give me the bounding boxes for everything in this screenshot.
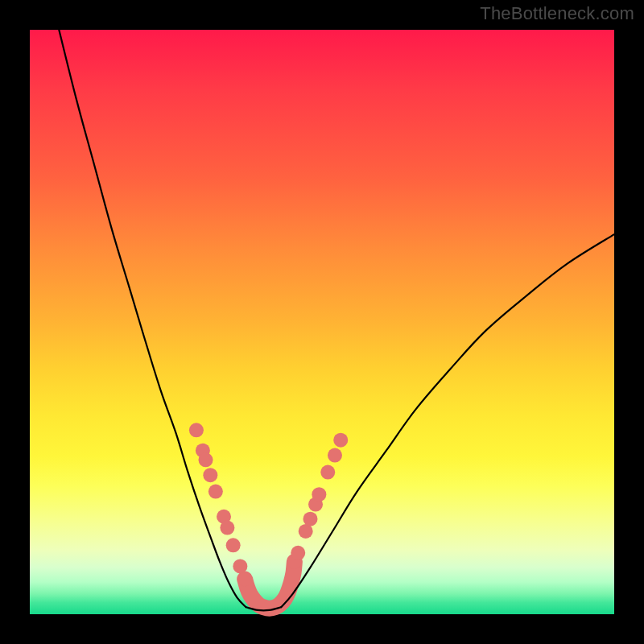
marker-dot — [237, 572, 252, 586]
marker-dot — [233, 559, 247, 573]
marker-group — [189, 423, 348, 586]
marker-dot — [303, 512, 317, 526]
marker-dot — [189, 423, 204, 437]
watermark-text: TheBottleneck.com — [480, 3, 634, 24]
marker-dot — [208, 485, 223, 499]
chart-svg — [30, 30, 614, 614]
marker-dot — [312, 487, 326, 502]
marker-dot — [199, 452, 213, 467]
marker-dot — [220, 521, 234, 535]
marker-dot — [320, 465, 335, 480]
marker-dot — [203, 468, 217, 482]
curve-right — [281, 234, 614, 607]
marker-dot — [291, 546, 305, 560]
marker-dot — [226, 538, 241, 552]
marker-dot — [328, 448, 342, 463]
chart-frame: TheBottleneck.com — [0, 0, 644, 644]
marker-dot — [333, 433, 348, 448]
plot-area — [30, 30, 614, 614]
